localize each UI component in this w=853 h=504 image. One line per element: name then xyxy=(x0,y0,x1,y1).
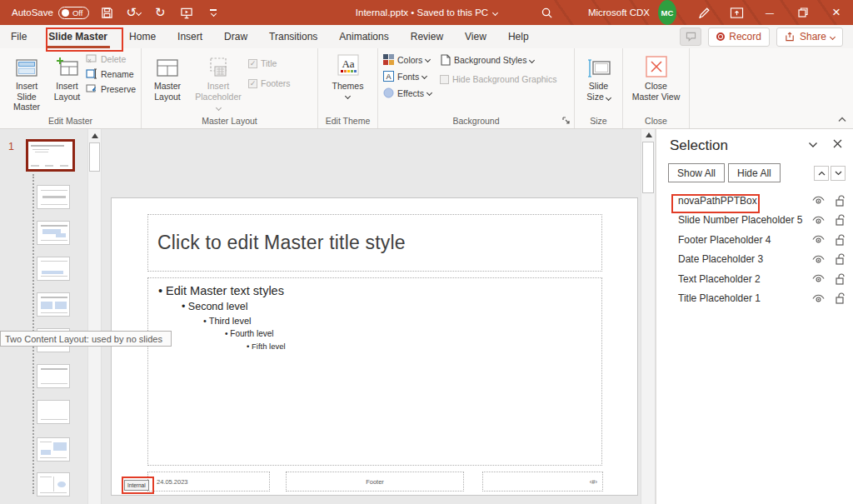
undo-dropdown-icon[interactable] xyxy=(136,9,142,15)
move-down-button[interactable] xyxy=(831,166,846,181)
layout-thumbnail[interactable] xyxy=(37,400,70,424)
delete-button: Delete xyxy=(86,54,136,64)
visibility-eye-icon[interactable] xyxy=(812,216,825,225)
visibility-eye-icon[interactable] xyxy=(812,196,825,205)
tab-file[interactable]: File xyxy=(0,25,37,48)
visibility-eye-icon[interactable] xyxy=(812,294,825,303)
tab-help[interactable]: Help xyxy=(497,25,540,48)
group-label-edit-theme: Edit Theme xyxy=(320,114,376,128)
slide-size-button[interactable]: Slide Size xyxy=(580,52,617,103)
selection-item-slide-number-placeholder[interactable]: Slide Number Placeholder 5 xyxy=(656,211,853,231)
footer-placeholder[interactable]: Footer xyxy=(286,472,464,492)
background-styles-button[interactable]: Background Styles xyxy=(440,54,556,66)
canvas-scrollbar-thumb[interactable] xyxy=(642,142,654,193)
unlocked-icon[interactable] xyxy=(836,253,846,265)
rename-button[interactable]: Rename xyxy=(86,68,136,79)
layout-thumbnail[interactable] xyxy=(37,472,70,497)
layout-thumbnail[interactable] xyxy=(37,221,70,245)
title-placeholder-text: Click to edit Master title style xyxy=(148,232,406,254)
insert-layout-button[interactable]: Insert Layout xyxy=(50,52,84,103)
group-edit-master: Insert Slide Master Insert Layout Delete xyxy=(0,48,142,128)
themes-button[interactable]: Aa Themes xyxy=(325,52,372,100)
start-slideshow-icon[interactable] xyxy=(177,4,196,21)
unlocked-icon[interactable] xyxy=(836,273,846,285)
selection-item-text-placeholder[interactable]: Text Placeholder 2 xyxy=(656,269,853,289)
save-icon[interactable] xyxy=(97,4,116,21)
visibility-eye-icon[interactable] xyxy=(812,255,825,264)
selection-item-date-placeholder[interactable]: Date Placeholder 3 xyxy=(656,250,853,270)
fonts-button[interactable]: A Fonts xyxy=(383,71,431,82)
body-placeholder[interactable]: Edit Master text styles Second level Thi… xyxy=(147,277,602,466)
share-dropdown-icon xyxy=(830,33,836,39)
insert-slide-master-button[interactable]: Insert Slide Master xyxy=(5,52,48,114)
customize-quick-access-toolbar-icon[interactable] xyxy=(204,4,222,21)
thumbnail-scrollbar-thumb[interactable] xyxy=(89,142,100,172)
collapse-ribbon-icon[interactable] xyxy=(838,113,846,125)
close-pane-icon[interactable] xyxy=(833,139,842,151)
tab-view[interactable]: View xyxy=(454,25,497,48)
tab-draw[interactable]: Draw xyxy=(213,25,258,48)
layout-thumbnail[interactable] xyxy=(37,292,70,317)
tab-slide-master[interactable]: Slide Master xyxy=(37,25,118,48)
close-master-view-button[interactable]: Close Master View xyxy=(628,52,684,103)
restore-button[interactable] xyxy=(786,0,820,25)
share-button[interactable]: Share xyxy=(776,27,843,47)
master-layout-button[interactable]: Master Layout xyxy=(147,52,188,103)
unlocked-icon[interactable] xyxy=(836,214,846,226)
colors-button[interactable]: Colors xyxy=(383,54,431,65)
unlocked-icon[interactable] xyxy=(836,292,846,304)
date-placeholder[interactable]: 24.05.2023 xyxy=(147,472,270,492)
account-name[interactable]: Microsoft CDX xyxy=(588,0,650,25)
avatar[interactable]: MC xyxy=(658,0,676,25)
redo-button[interactable]: ↻ xyxy=(151,4,169,21)
minimize-button[interactable]: — xyxy=(753,0,786,25)
insert-placeholder-button: Insert Placeholder xyxy=(190,52,247,114)
layout-thumbnail[interactable] xyxy=(37,185,70,209)
tab-transitions[interactable]: Transitions xyxy=(258,25,328,48)
ribbon-display-options-icon[interactable] xyxy=(720,0,753,25)
layout-thumbnail[interactable] xyxy=(37,437,70,462)
tab-animations[interactable]: Animations xyxy=(328,25,399,48)
titlebar: AutoSave Off ↺ ↻ Internal.pptx • Saved t… xyxy=(0,0,853,25)
selection-item-footer-placeholder[interactable]: Footer Placeholder 4 xyxy=(656,230,853,250)
background-dialog-launcher-icon[interactable] xyxy=(562,116,570,126)
visibility-eye-icon[interactable] xyxy=(812,274,825,283)
layout-thumbnail[interactable] xyxy=(37,257,70,281)
effects-button[interactable]: Effects xyxy=(383,87,431,98)
record-button[interactable]: Record xyxy=(708,27,770,47)
slide-canvas[interactable]: Click to edit Master title style Edit Ma… xyxy=(111,197,638,496)
body-level-1: Edit Master text styles xyxy=(158,284,601,297)
move-up-button[interactable] xyxy=(814,166,829,181)
hide-all-button[interactable]: Hide All xyxy=(728,163,781,182)
group-size: Slide Size Size xyxy=(575,48,623,128)
internal-textbox[interactable]: Internal xyxy=(124,480,149,491)
close-window-button[interactable]: × xyxy=(820,0,853,25)
undo-button[interactable]: ↺ xyxy=(124,4,142,21)
unlocked-icon[interactable] xyxy=(836,195,846,207)
comments-button[interactable] xyxy=(680,27,701,46)
title-dropdown-icon[interactable] xyxy=(492,9,498,15)
visibility-eye-icon[interactable] xyxy=(812,235,825,244)
layout-tooltip: Two Content Layout: used by no slides xyxy=(0,331,172,347)
show-all-button[interactable]: Show All xyxy=(668,163,725,182)
selection-item-title-placeholder[interactable]: Title Placeholder 1 xyxy=(656,289,853,309)
ink-pen-icon[interactable] xyxy=(688,0,720,25)
selection-item-novapathpptbox[interactable]: novaPathPPTBox xyxy=(656,191,853,211)
search-icon[interactable] xyxy=(538,0,556,25)
autosave-toggle[interactable]: AutoSave Off xyxy=(12,7,89,19)
hide-background-graphics-checkbox-icon xyxy=(440,75,449,84)
pane-options-chevron-icon[interactable] xyxy=(808,139,818,151)
share-icon xyxy=(785,32,796,42)
slide-number-placeholder[interactable]: ‹#› xyxy=(482,472,603,492)
title-placeholder[interactable]: Click to edit Master title style xyxy=(147,214,602,272)
tab-insert[interactable]: Insert xyxy=(167,25,213,48)
footers-checkbox: ✓ Footers xyxy=(248,78,291,88)
canvas-scrollbar[interactable] xyxy=(641,129,656,504)
tab-review[interactable]: Review xyxy=(400,25,454,48)
master-slide-thumbnail[interactable] xyxy=(26,139,75,172)
unlocked-icon[interactable] xyxy=(836,234,846,246)
tab-home[interactable]: Home xyxy=(118,25,167,48)
layout-thumbnail[interactable] xyxy=(37,364,70,388)
preserve-button[interactable]: Preserve xyxy=(86,83,136,94)
thumbnail-scrollbar[interactable] xyxy=(87,129,102,504)
